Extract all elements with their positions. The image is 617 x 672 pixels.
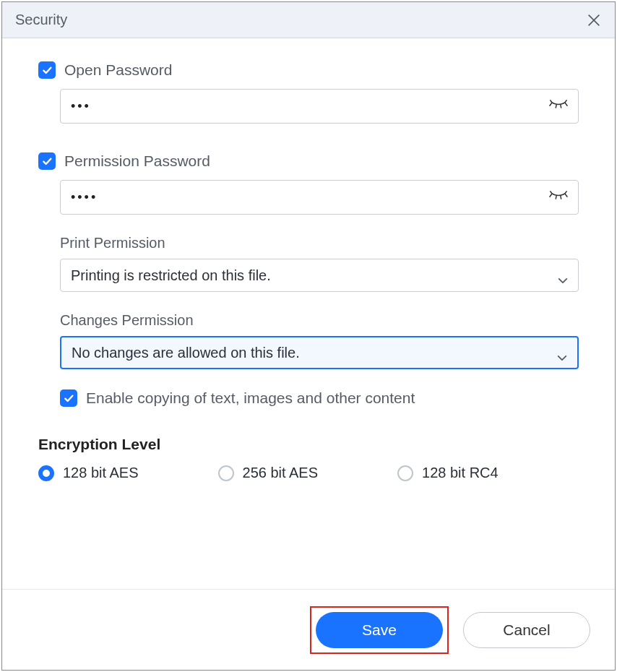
encryption-option-128-aes[interactable]: 128 bit AES (38, 465, 139, 481)
svg-line-5 (565, 103, 567, 106)
security-dialog: Security Open Password (1, 1, 616, 671)
eye-closed-icon[interactable] (549, 190, 568, 204)
radio-label: 128 bit AES (63, 465, 139, 481)
changes-permission-group: Changes Permission No changes are allowe… (60, 312, 579, 369)
encryption-option-128-rc4[interactable]: 128 bit RC4 (397, 465, 499, 481)
print-permission-group: Print Permission Printing is restricted … (60, 235, 579, 292)
open-password-label: Open Password (64, 61, 172, 79)
permission-password-field (60, 180, 579, 215)
svg-line-9 (565, 194, 567, 197)
svg-line-6 (550, 194, 552, 197)
changes-permission-label: Changes Permission (60, 312, 579, 329)
dialog-title: Security (15, 12, 67, 28)
print-permission-value: Printing is restricted on this file. (71, 267, 271, 284)
changes-permission-select[interactable]: No changes are allowed on this file. (60, 336, 579, 369)
eye-closed-icon[interactable] (549, 99, 568, 113)
open-password-field (60, 89, 579, 124)
changes-permission-value: No changes are allowed on this file. (72, 345, 300, 361)
svg-line-7 (556, 196, 556, 199)
svg-line-2 (550, 103, 552, 106)
print-permission-select[interactable]: Printing is restricted on this file. (60, 259, 579, 292)
enable-copy-checkbox[interactable] (60, 389, 77, 407)
permission-password-checkbox[interactable] (38, 152, 56, 170)
dialog-footer: Save Cancel (2, 589, 615, 670)
cancel-button[interactable]: Cancel (463, 612, 590, 648)
encryption-option-256-aes[interactable]: 256 bit AES (218, 465, 319, 481)
radio-label: 256 bit AES (243, 465, 319, 481)
save-button[interactable]: Save (316, 612, 443, 648)
svg-line-8 (561, 196, 561, 199)
encryption-options: 128 bit AES 256 bit AES 128 bit RC4 (38, 465, 579, 481)
chevron-down-icon (558, 270, 568, 280)
radio-icon (397, 465, 413, 481)
open-password-section: Open Password (38, 61, 579, 124)
svg-line-3 (556, 105, 556, 108)
svg-line-4 (561, 105, 561, 108)
dialog-content: Open Password (2, 38, 615, 589)
radio-icon (38, 465, 54, 481)
radio-icon (218, 465, 234, 481)
chevron-down-icon (557, 348, 567, 358)
permission-password-input[interactable] (71, 190, 549, 205)
permission-password-label: Permission Password (64, 152, 210, 170)
open-password-checkbox[interactable] (38, 61, 56, 79)
encryption-section: Encryption Level 128 bit AES 256 bit AES… (38, 436, 579, 481)
enable-copy-row: Enable copying of text, images and other… (60, 389, 579, 407)
save-highlight: Save (310, 606, 449, 654)
open-password-input[interactable] (71, 99, 549, 114)
permission-password-section: Permission Password (38, 152, 579, 407)
radio-label: 128 bit RC4 (422, 465, 499, 481)
encryption-title: Encryption Level (38, 436, 579, 453)
print-permission-label: Print Permission (60, 235, 579, 251)
titlebar: Security (2, 2, 615, 38)
close-icon[interactable] (586, 12, 602, 28)
enable-copy-label: Enable copying of text, images and other… (86, 389, 415, 407)
